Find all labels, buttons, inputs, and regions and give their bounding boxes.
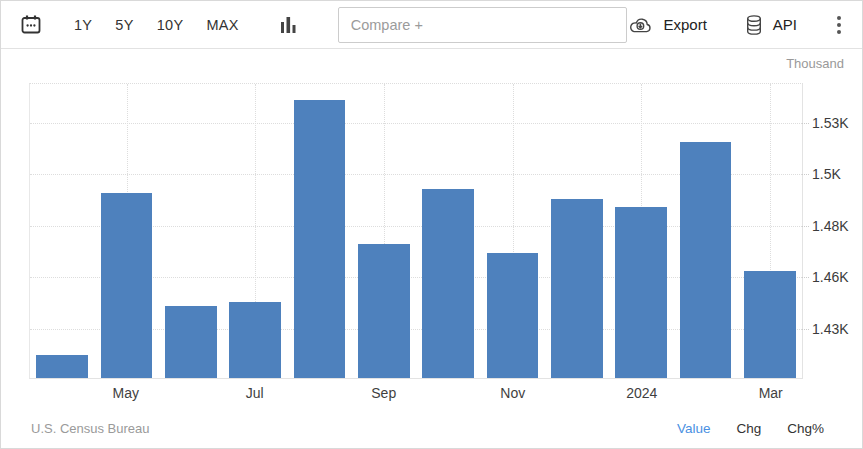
x-axis-tick-label: Sep	[371, 385, 396, 401]
footer-link-chgpct[interactable]: Chg%	[787, 421, 824, 436]
y-gridline	[30, 123, 802, 124]
footer-link-chg[interactable]: Chg	[736, 421, 761, 436]
range-button-10y[interactable]: 10Y	[156, 15, 185, 35]
y-axis-tick-label: 1.53K	[802, 115, 849, 131]
x-axis-tick-label: Nov	[500, 385, 525, 401]
chart-region: Thousand 1.53K1.5K1.48K1.46K1.43K MayJul…	[1, 49, 862, 448]
y-axis-unit-label: Thousand	[786, 56, 844, 71]
kebab-menu-icon	[836, 14, 842, 36]
bar-nov-2023[interactable]	[487, 253, 538, 378]
x-axis-tick-label: Mar	[759, 385, 783, 401]
bar-jan-2024[interactable]	[615, 207, 666, 378]
bar-jul-2023[interactable]	[229, 302, 280, 378]
api-label: API	[773, 16, 797, 33]
x-axis-tick-label: Jul	[246, 385, 264, 401]
y-axis-tick-label: 1.46K	[802, 269, 849, 285]
bar-dec-2023[interactable]	[551, 199, 602, 378]
y-axis-tick-label: 1.5K	[802, 166, 841, 182]
source-attribution: U.S. Census Bureau	[31, 421, 150, 436]
y-axis-tick-label: 1.48K	[802, 218, 849, 234]
y-axis-tick-label: 1.43K	[802, 321, 849, 337]
x-axis: MayJulSepNov2024Mar	[29, 385, 803, 405]
bar-aug-2023[interactable]	[294, 100, 345, 378]
plot-area: 1.53K1.5K1.48K1.46K1.43K	[29, 83, 803, 379]
bar-feb-2024[interactable]	[680, 142, 731, 378]
footer-link-value[interactable]: Value	[677, 421, 711, 436]
range-button-max[interactable]: MAX	[205, 15, 239, 35]
chart-widget: 1Y5Y10YMAX	[0, 0, 863, 449]
x-axis-tick-label: 2024	[626, 385, 657, 401]
bar-apr-2023[interactable]	[36, 355, 87, 378]
kebab-menu-button[interactable]	[834, 12, 844, 38]
bar-jun-2023[interactable]	[165, 306, 216, 378]
compare-input[interactable]	[338, 7, 627, 43]
database-icon	[744, 14, 764, 36]
calendar-icon	[19, 13, 43, 37]
bar-may-2023[interactable]	[101, 193, 152, 378]
chart-footer: U.S. Census Bureau ValueChgChg%	[1, 421, 862, 436]
cloud-download-icon	[627, 15, 654, 35]
toolbar-right-group: Export API	[627, 12, 846, 38]
api-button[interactable]: API	[744, 14, 797, 36]
export-button[interactable]: Export	[627, 15, 706, 35]
bar-sep-2023[interactable]	[358, 244, 409, 378]
chart-type-button[interactable]	[276, 12, 300, 38]
toolbar: 1Y5Y10YMAX	[1, 1, 862, 49]
bar-mar-2024[interactable]	[744, 271, 795, 378]
range-buttons: 1Y5Y10YMAX	[73, 15, 240, 35]
column-chart-icon	[278, 14, 298, 36]
x-axis-tick-label: May	[113, 385, 139, 401]
bar-oct-2023[interactable]	[422, 189, 473, 378]
range-button-5y[interactable]: 5Y	[114, 15, 134, 35]
calendar-button[interactable]	[17, 11, 45, 39]
range-button-1y[interactable]: 1Y	[73, 15, 93, 35]
footer-links: ValueChgChg%	[677, 421, 824, 436]
export-label: Export	[663, 16, 706, 33]
